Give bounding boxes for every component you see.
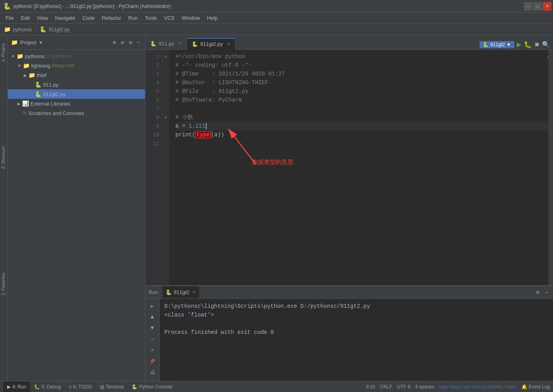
menu-view[interactable]: View: [34, 13, 51, 23]
bottom-tab-python-console[interactable]: 🐍 Python Console: [128, 381, 177, 392]
code-line-1: #!/usr/bin/env python: [175, 52, 553, 61]
run-tab-close[interactable]: ✕: [192, 290, 196, 295]
run-panel-header: Run: 🐍 911gt2 ✕ ⚙ —: [145, 286, 553, 299]
line-separator[interactable]: CRLF: [380, 384, 392, 390]
library-icon: 📊: [22, 100, 29, 107]
code-line-11: [175, 139, 553, 148]
run-config-selector[interactable]: 🐍 911gt2 ▼: [480, 41, 514, 48]
tree-item-lightning[interactable]: ▼ 📁 lightning library root: [8, 61, 145, 70]
menu-help[interactable]: Help: [204, 13, 221, 23]
tree-item-911gt2py[interactable]: 🐍 911gt2.py: [8, 89, 145, 99]
project-panel-header: 📁 Project ▼ ⊕ ⇄ ⚙ —: [8, 36, 145, 50]
scroll-from-source-icon[interactable]: ⇄: [119, 38, 126, 47]
project-dropdown[interactable]: ▼: [38, 40, 43, 45]
print-button[interactable]: 🖨: [148, 368, 157, 377]
bottom-tab-run[interactable]: ▶ 4: Run: [3, 381, 30, 392]
code-editor[interactable]: 1 2 3 4 5 6 7 8 9 10 11 ▷ ▷: [145, 50, 553, 285]
maximize-button[interactable]: □: [533, 2, 542, 11]
menu-vcs[interactable]: VCS: [161, 13, 178, 23]
tree-item-external-libraries[interactable]: ▶ 📊 External Libraries: [8, 99, 145, 108]
run-content: ▶ ▲ ▼ ⏎ ≡ 📌 🖨 🗑 D:\pythonsc\lightning\Sc…: [145, 299, 553, 392]
close-button[interactable]: ✕: [543, 2, 551, 11]
code-content[interactable]: #!/usr/bin/env python # -*- coding: utf-…: [169, 50, 553, 285]
scrollbar[interactable]: [548, 50, 553, 285]
stop-button[interactable]: ⏹: [534, 41, 540, 48]
search-button[interactable]: 🔍: [542, 41, 550, 49]
python-file-icon: 🐍: [150, 41, 156, 47]
run-restart-button[interactable]: ▶: [148, 301, 157, 311]
project-tree: ▼ 📁 pythonsc D:\pythonsc ▼ 📁 lightning l…: [8, 50, 145, 392]
tree-item-911py[interactable]: 🐍 911.py: [8, 80, 145, 89]
run-output-line-1: D:\pythonsc\lightning\Scripts\python.exe…: [164, 302, 548, 311]
fold-arrow-8[interactable]: ▷: [163, 113, 169, 122]
tab-close-icon[interactable]: ✕: [227, 41, 230, 47]
menu-bar: File Edit View Navigate Code Refactor Ru…: [0, 13, 553, 24]
settings-icon[interactable]: ⚙: [127, 38, 134, 47]
add-icon[interactable]: ⊕: [111, 38, 117, 47]
editor-area: 🐍 911.py ✕ 🐍 911gt2.py ✕ 🐍 911gt2 ▼ ▶ 🐛 …: [145, 36, 553, 392]
minimize-panel-icon[interactable]: —: [544, 288, 550, 296]
menu-file[interactable]: File: [2, 13, 17, 23]
menu-run[interactable]: Run: [125, 13, 141, 23]
code-line-4: # @Author : LIGHTNING-THIEF: [175, 78, 553, 87]
tab-911py[interactable]: 🐍 911.py ✕: [145, 38, 187, 49]
indent[interactable]: 4 spaces: [415, 384, 434, 390]
bottom-tab-debug[interactable]: 🐛 5: Debug: [30, 381, 65, 392]
encoding[interactable]: UTF-8: [397, 384, 410, 390]
run-button[interactable]: ▶: [517, 40, 521, 49]
cursor: [206, 123, 207, 129]
code-line-7: [175, 104, 553, 113]
code-line-9: a = 1.111: [175, 122, 553, 130]
python-console-icon: 🐍: [132, 384, 137, 390]
run-toolbar: ▶ ▲ ▼ ⏎ ≡ 📌 🖨 🗑: [145, 299, 160, 392]
code-line-8: # 小数: [175, 113, 553, 122]
fold-arrow-1[interactable]: ▷: [163, 52, 169, 61]
blog-url[interactable]: https://blog.csdn.net/LIGHTNING-THIEF: [439, 384, 517, 389]
project-panel-title: Project: [20, 40, 36, 45]
event-log[interactable]: 🔔 Event Log: [521, 384, 550, 390]
settings-icon[interactable]: ⚙: [534, 288, 541, 296]
run-output-line-4: Process finished with exit code 0: [164, 328, 548, 337]
use-soft-wraps-button[interactable]: ≡: [148, 345, 157, 355]
scroll-up-button[interactable]: ▲: [148, 312, 157, 322]
tree-item-scratches[interactable]: ✎ Scratches and Consoles: [8, 108, 145, 118]
terminal-icon: ▤: [100, 384, 104, 390]
wrap-output-button[interactable]: ⏎: [148, 334, 157, 344]
breadcrumb-project[interactable]: pythonsc: [13, 27, 32, 32]
python-file-icon: 🐍: [192, 41, 198, 47]
menu-edit[interactable]: Edit: [18, 13, 33, 23]
menu-code[interactable]: Code: [79, 13, 98, 23]
minimize-button[interactable]: ─: [524, 2, 532, 11]
breadcrumb-file[interactable]: 911gt2.py: [49, 27, 70, 32]
folder-icon: 📁: [11, 39, 18, 46]
bottom-tab-todo[interactable]: ≡ 6: TODO: [65, 381, 96, 392]
sidebar-item-project[interactable]: 1: Project: [1, 43, 6, 62]
menu-tools[interactable]: Tools: [142, 13, 160, 23]
collapse-icon[interactable]: —: [135, 38, 142, 47]
menu-navigate[interactable]: Navigate: [52, 13, 78, 23]
debug-icon: 🐛: [34, 384, 40, 390]
tree-item-thief[interactable]: ▶ 📁 thief: [8, 70, 145, 80]
bottom-tab-terminal[interactable]: ▤ Terminal: [96, 381, 128, 392]
debug-button[interactable]: 🐛: [524, 41, 532, 49]
highlighted-type: type: [195, 131, 211, 138]
menu-refactor[interactable]: Refactor: [99, 13, 124, 23]
scratch-icon: ✎: [22, 110, 27, 116]
tree-arrow: ▶: [24, 73, 27, 77]
status-bar-right: 9:10 CRLF UTF-8 4 spaces https://blog.cs…: [366, 384, 550, 390]
tab-close-icon[interactable]: ✕: [178, 41, 182, 46]
annotation-text: 数据类型的意思: [252, 158, 293, 166]
pin-tab-button[interactable]: 📌: [148, 356, 157, 366]
folder-icon: 📁: [23, 62, 30, 69]
run-config-icon: 🐍: [483, 42, 489, 47]
fold-gutter: ▷ ▷: [163, 50, 169, 285]
sidebar-item-favorites[interactable]: 2: Favorites: [1, 273, 6, 295]
run-label: Run:: [149, 289, 159, 295]
scroll-down-button[interactable]: ▼: [148, 323, 157, 333]
tab-911gt2py[interactable]: 🐍 911gt2.py ✕: [187, 38, 235, 50]
window-title: pythonsc [D:\pythonsc] - ...\911gt2.py […: [13, 4, 171, 9]
tree-item-pythonsc[interactable]: ▼ 📁 pythonsc D:\pythonsc: [8, 51, 145, 61]
menu-window[interactable]: Window: [179, 13, 203, 23]
run-tab-911gt2[interactable]: 🐍 911gt2 ✕: [162, 286, 199, 298]
sidebar-item-structure[interactable]: Z: Structure: [1, 146, 6, 169]
